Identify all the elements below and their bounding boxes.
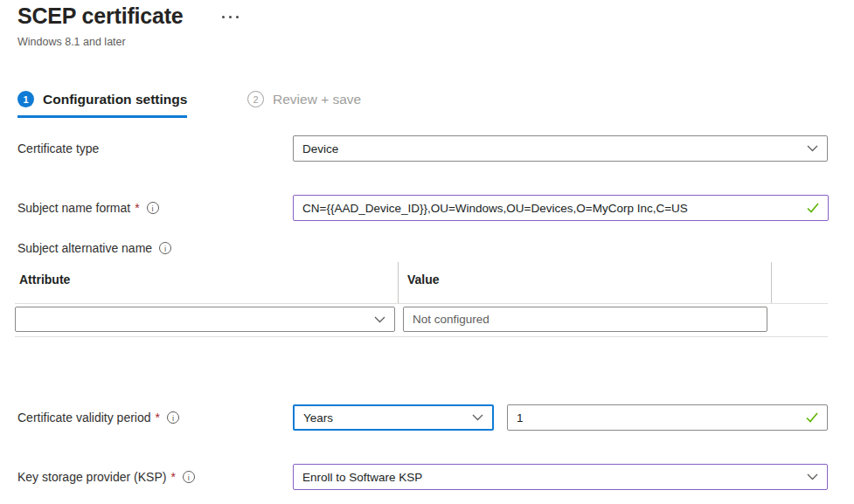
more-menu-button[interactable] bbox=[219, 12, 242, 22]
subject-name-format-label: Subject name format * i bbox=[17, 201, 159, 215]
info-icon[interactable]: i bbox=[147, 202, 159, 214]
key-storage-provider-label: Key storage provider (KSP) * i bbox=[17, 470, 195, 484]
valid-check-icon bbox=[807, 203, 819, 213]
certificate-type-label: Certificate type bbox=[17, 142, 99, 155]
san-column-header-attribute: Attribute bbox=[19, 273, 70, 287]
step-2-badge: 2 bbox=[247, 91, 264, 107]
column-divider bbox=[398, 262, 399, 303]
chevron-down-icon bbox=[807, 473, 818, 480]
certificate-type-value: Device bbox=[302, 142, 800, 155]
page-title: SCEP certificate bbox=[17, 3, 184, 29]
ellipsis-icon bbox=[222, 16, 225, 18]
required-asterisk: * bbox=[156, 411, 160, 425]
table-header-divider bbox=[15, 303, 828, 304]
required-asterisk: * bbox=[135, 201, 139, 215]
key-storage-provider-dropdown[interactable]: Enroll to Software KSP bbox=[293, 464, 828, 490]
info-icon[interactable]: i bbox=[159, 242, 171, 254]
platform-subtitle: Windows 8.1 and later bbox=[17, 36, 126, 48]
san-value-field bbox=[403, 307, 767, 332]
valid-check-icon bbox=[806, 412, 818, 423]
san-attribute-dropdown[interactable] bbox=[15, 307, 395, 332]
subject-name-format-field bbox=[293, 195, 829, 221]
validity-unit-value: Years bbox=[303, 411, 465, 425]
certificate-type-dropdown[interactable]: Device bbox=[293, 135, 828, 162]
subject-name-format-input[interactable] bbox=[302, 202, 800, 215]
ellipsis-icon bbox=[236, 16, 239, 18]
validity-unit-dropdown[interactable]: Years bbox=[293, 404, 494, 431]
chevron-down-icon bbox=[807, 145, 818, 152]
certificate-validity-period-label: Certificate validity period * i bbox=[17, 411, 179, 425]
san-column-header-value: Value bbox=[407, 273, 440, 287]
subject-alternative-name-label: Subject alternative name i bbox=[17, 241, 171, 255]
san-value-input[interactable] bbox=[413, 313, 758, 326]
ellipsis-icon bbox=[229, 16, 232, 18]
validity-amount-field bbox=[507, 404, 828, 431]
key-storage-provider-value: Enroll to Software KSP bbox=[302, 471, 800, 484]
chevron-down-icon bbox=[374, 316, 385, 323]
table-bottom-divider bbox=[15, 336, 828, 337]
tab-review-save[interactable]: 2 Review + save bbox=[247, 91, 361, 115]
tab-label: Configuration settings bbox=[43, 92, 187, 107]
tab-label: Review + save bbox=[273, 92, 361, 107]
column-divider bbox=[771, 262, 772, 303]
validity-amount-input[interactable] bbox=[517, 411, 799, 425]
required-asterisk: * bbox=[170, 470, 175, 484]
info-icon[interactable]: i bbox=[167, 411, 179, 424]
tab-configuration-settings[interactable]: 1 Configuration settings bbox=[17, 91, 187, 118]
chevron-down-icon bbox=[472, 414, 483, 421]
info-icon[interactable]: i bbox=[183, 471, 195, 483]
step-1-badge: 1 bbox=[17, 91, 34, 107]
